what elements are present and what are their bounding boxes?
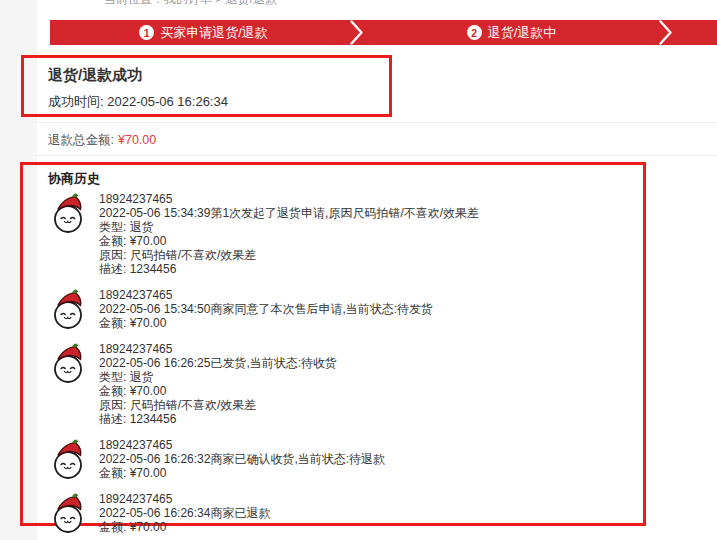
history-entry: 18924237465 2022-05-06 16:26:32商家已确认收货,当… <box>50 438 625 480</box>
santa-hat-face-icon <box>50 492 88 534</box>
refund-status-page: 当前位置：我的订单 > 退货/退款 1 买家申请退货/退款 2 退货/退款中 退… <box>0 0 717 540</box>
chevron-right-icon <box>659 20 673 45</box>
refund-total-amount: ¥70.00 <box>118 133 156 147</box>
santa-hat-face-icon <box>50 438 88 480</box>
history-entry: 18924237465 2022-05-06 15:34:50商家同意了本次售后… <box>50 288 625 330</box>
progress-step-2: 2 退货/退款中 <box>357 20 666 45</box>
history-entry-text: 18924237465 2022-05-06 15:34:50商家同意了本次售后… <box>99 288 433 330</box>
history-entry-line: 金额: ¥70.00 <box>99 520 270 534</box>
history-entry-text: 18924237465 2022-05-06 16:26:32商家已确认收货,当… <box>99 438 385 480</box>
step-label: 买家申请退货/退款 <box>160 24 268 42</box>
history-entry-line: 金额: ¥70.00 <box>99 466 385 480</box>
status-title: 退货/退款成功 <box>48 66 142 85</box>
history-entry-line: 金额: ¥70.00 <box>99 234 479 248</box>
history-entry: 18924237465 2022-05-06 16:26:34商家已退款金额: … <box>50 492 625 534</box>
divider <box>37 155 717 156</box>
history-entry-line: 类型: 退货 <box>99 370 337 384</box>
history-entry-line: 类型: 退货 <box>99 220 479 234</box>
history-entry-username: 18924237465 <box>99 288 433 302</box>
history-entry-line: 描述: 1234456 <box>99 412 337 426</box>
status-success-time: 成功时间: 2022-05-06 16:26:34 <box>48 93 228 111</box>
history-entry-line: 2022-05-06 15:34:39第1次发起了退货申请,原因尺码拍错/不喜欢… <box>99 206 479 220</box>
page-left-margin <box>0 0 37 540</box>
history-entry: 18924237465 2022-05-06 15:34:39第1次发起了退货申… <box>50 192 625 276</box>
history-entry-line: 金额: ¥70.00 <box>99 384 337 398</box>
santa-hat-face-icon <box>50 342 88 384</box>
refund-total-row: 退款总金额:¥70.00 <box>48 132 156 149</box>
chevron-right-icon <box>350 20 364 45</box>
history-entry-line: 2022-05-06 15:34:50商家同意了本次售后申请,当前状态:待发货 <box>99 302 433 316</box>
breadcrumb[interactable]: 当前位置：我的订单 > 退货/退款 <box>104 0 277 8</box>
history-entry-text: 18924237465 2022-05-06 16:26:25已发货,当前状态:… <box>99 342 337 426</box>
refund-total-label: 退款总金额: <box>48 133 114 147</box>
divider <box>37 122 717 123</box>
history-section-title: 协商历史 <box>48 170 100 188</box>
history-entry-username: 18924237465 <box>99 342 337 356</box>
progress-step-3-cropped <box>666 20 717 45</box>
step-number-badge: 1 <box>139 25 154 40</box>
history-entry-line: 原因: 尺码拍错/不喜欢/效果差 <box>99 398 337 412</box>
santa-hat-face-icon <box>50 192 88 234</box>
history-entry-text: 18924237465 2022-05-06 16:26:34商家已退款金额: … <box>99 492 270 534</box>
santa-hat-face-icon <box>50 288 88 330</box>
step-number-badge: 2 <box>467 25 482 40</box>
history-entry-line: 2022-05-06 16:26:25已发货,当前状态:待收货 <box>99 356 337 370</box>
history-entry-username: 18924237465 <box>99 192 479 206</box>
history-entry-line: 金额: ¥70.00 <box>99 316 433 330</box>
history-entry-line: 2022-05-06 16:26:32商家已确认收货,当前状态:待退款 <box>99 452 385 466</box>
history-entry-line: 2022-05-06 16:26:34商家已退款 <box>99 506 270 520</box>
step-label: 退货/退款中 <box>488 24 557 42</box>
history-entry-line: 原因: 尺码拍错/不喜欢/效果差 <box>99 248 479 262</box>
negotiation-history-list: 18924237465 2022-05-06 15:34:39第1次发起了退货申… <box>50 192 625 540</box>
history-entry-line: 描述: 1234456 <box>99 262 479 276</box>
progress-step-1: 1 买家申请退货/退款 <box>50 20 357 45</box>
refund-progress-bar: 1 买家申请退货/退款 2 退货/退款中 <box>50 20 717 45</box>
history-entry-text: 18924237465 2022-05-06 15:34:39第1次发起了退货申… <box>99 192 479 276</box>
history-entry: 18924237465 2022-05-06 16:26:25已发货,当前状态:… <box>50 342 625 426</box>
history-entry-username: 18924237465 <box>99 438 385 452</box>
history-entry-username: 18924237465 <box>99 492 270 506</box>
